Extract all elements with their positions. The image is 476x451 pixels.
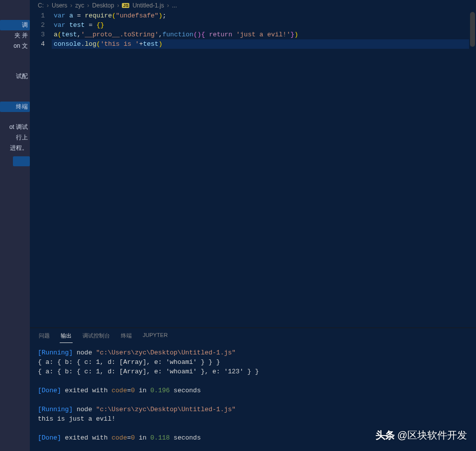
panel-tab[interactable]: 调试控制台	[82, 331, 111, 343]
output-line: [Running] node "c:\Users\zyc\Desktop\Unt…	[38, 405, 468, 414]
output-line	[38, 376, 468, 386]
watermark: 头条 @区块软件开发	[376, 429, 467, 442]
breadcrumb-part[interactable]: C:	[38, 2, 44, 9]
output-line: { a: { b: { c: 1, d: [Array], e: 'whoami…	[38, 367, 468, 376]
panel-tab[interactable]: JUPYTER	[142, 331, 169, 343]
line-number: 1	[30, 11, 45, 20]
panel-tabs: 问题输出调试控制台终端JUPYTER	[30, 328, 476, 343]
output-line: [Done] exited with code=0 in 0.196 secon…	[38, 386, 468, 395]
output-line	[38, 395, 468, 405]
sidebar-item[interactable]: on 文	[0, 41, 30, 51]
chevron-right-icon: ›	[70, 2, 72, 9]
breadcrumb-more[interactable]: ...	[172, 2, 177, 9]
line-number: 4	[30, 39, 45, 49]
line-number: 3	[30, 30, 45, 39]
code-line[interactable]: a(test,'__proto__.toString',function(){ …	[52, 30, 476, 39]
watermark-text: @区块软件开发	[397, 429, 467, 442]
watermark-logo: 头条	[376, 429, 394, 442]
sidebar-item[interactable]: 进程。	[0, 143, 30, 153]
breadcrumb-part[interactable]: Desktop	[92, 2, 114, 9]
output-line: this is just a evil!	[38, 414, 468, 424]
breadcrumb: C: › Users › zyc › Desktop › JS Untitled…	[30, 0, 476, 11]
code-editor[interactable]: 1234 var a = require("undefsafe");var te…	[30, 11, 476, 328]
code-line[interactable]: console.log('this is '+test)	[52, 39, 476, 49]
panel-tab[interactable]: 输出	[60, 331, 73, 343]
chevron-right-icon: ›	[167, 2, 169, 9]
output-line: [Running] node "c:\Users\zyc\Desktop\Unt…	[38, 348, 468, 357]
panel-tab[interactable]: 终端	[120, 331, 133, 343]
panel-tab[interactable]: 问题	[38, 331, 51, 343]
line-gutter: 1234	[30, 11, 52, 328]
breadcrumb-part[interactable]: Users	[52, 2, 67, 9]
chevron-right-icon: ›	[87, 2, 89, 9]
chevron-right-icon: ›	[117, 2, 119, 9]
sidebar-item[interactable]: ot 调试	[0, 122, 30, 132]
sidebar-item[interactable]: 试配	[0, 71, 30, 82]
sidebar-item[interactable]: 夹 并	[0, 30, 30, 41]
left-sidebar: 调 夹 并 on 文 试配 终端 ot 调试 行上 进程。	[0, 0, 30, 451]
sidebar-button[interactable]	[13, 156, 30, 166]
scrollbar-vertical[interactable]	[469, 11, 476, 328]
output-line: { a: { b: { c: 1, d: [Array], e: 'whoami…	[38, 357, 468, 367]
chevron-right-icon: ›	[47, 2, 49, 9]
sidebar-item[interactable]: 行上	[0, 132, 30, 143]
main-area: C: › Users › zyc › Desktop › JS Untitled…	[30, 0, 476, 451]
code-content[interactable]: var a = require("undefsafe");var test = …	[52, 11, 476, 328]
code-line[interactable]: var a = require("undefsafe");	[52, 11, 476, 20]
scrollbar-thumb[interactable]	[470, 12, 475, 47]
sidebar-item[interactable]: 调	[0, 20, 30, 30]
sidebar-item[interactable]: 终端	[0, 102, 30, 112]
code-line[interactable]: var test = {}	[52, 20, 476, 30]
js-file-icon: JS	[122, 3, 129, 8]
breadcrumb-file[interactable]: Untitled-1.js	[132, 2, 164, 9]
line-number: 2	[30, 20, 45, 30]
breadcrumb-part[interactable]: zyc	[75, 2, 84, 9]
